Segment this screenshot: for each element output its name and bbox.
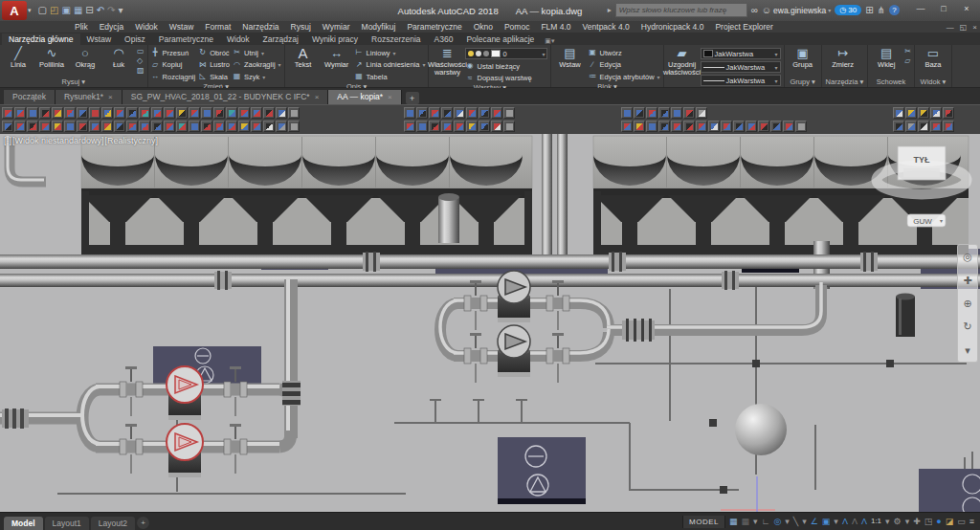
scale-button[interactable]: ◺Skala [198,72,230,82]
view-control[interactable]: [Widok niestandardowy] [12,136,104,145]
toolbar-button[interactable] [89,107,100,119]
toolbar-button[interactable] [441,121,453,132]
toolbar-button[interactable] [238,121,250,132]
copy-button[interactable]: ▱Kopiuj [151,60,196,71]
toolbar-button[interactable] [52,107,63,119]
menu-format[interactable]: Format [199,22,236,32]
toolbar-button[interactable] [101,121,113,132]
dimension-button[interactable]: ↔ Wymiar [322,46,352,69]
save-icon[interactable]: ▣ [61,4,70,17]
mdi-close-button[interactable]: × [972,23,977,32]
toolbar-button[interactable] [721,121,732,132]
toolbar-button[interactable] [770,121,782,132]
toolbar-button[interactable] [276,107,287,119]
toolbar-button[interactable] [251,121,262,132]
viewcube-face-label[interactable]: TYŁ [914,155,931,165]
mdi-restore-button[interactable]: ◱ [960,23,968,32]
workspace-dropdown-icon[interactable]: ▾ [905,517,910,526]
toolbar-button[interactable] [77,107,88,119]
toolbar-button[interactable] [27,121,38,132]
line-button[interactable]: ╱ Linia [3,46,33,69]
toolbar-button[interactable] [151,121,163,132]
toolbar-button[interactable] [454,121,465,132]
iso-dropdown-icon[interactable]: ▾ [802,517,807,526]
doc-tab-sg-pw-hvac-2018-01-22-budynek-c-ifc[interactable]: SG_PW_HVAC_2018_01_22 - BUDYNEK C IFC*× [122,90,329,104]
orbit-icon[interactable]: ↻ [963,320,971,332]
toolbar-button[interactable] [466,121,478,132]
pan-icon[interactable]: ✚ [963,275,971,286]
match-layer-button[interactable]: ≈Dopasuj warstwę [465,74,547,84]
toolbar-button[interactable] [64,107,76,119]
toolbar-button[interactable] [126,107,138,119]
rectangle-icon[interactable]: ▭ [137,48,145,55]
toolbar-button[interactable] [101,107,113,119]
visual-style-control[interactable]: [Realistyczny] [105,136,159,145]
toolbar-button[interactable] [683,121,695,132]
doc-tab-rysunek1[interactable]: Rysunek1*× [56,90,122,104]
qat-dropdown-icon[interactable]: ▾ [119,4,123,17]
toolbar-button[interactable] [893,121,904,132]
toolbar-button[interactable] [189,121,200,132]
subscription-badge[interactable]: ◷ 30 [835,5,861,15]
toolbar-button[interactable] [201,121,212,132]
arc-button[interactable]: ◠ Łuk [103,46,134,69]
toolbar-button[interactable] [503,107,515,119]
create-block-button[interactable]: ▣Utwórz [588,48,659,58]
polar-tracking-icon[interactable]: ◎ [773,517,781,526]
toolbar-button[interactable] [164,107,175,119]
toolbar-button[interactable] [263,107,275,119]
toolbar-button[interactable] [696,107,707,119]
toolbar-button[interactable] [114,107,125,119]
annotation-monitor-icon[interactable]: ✚ [913,517,921,526]
maximize-button[interactable]: □ [932,0,955,17]
ribbon-tab-narzędzia-główne[interactable]: Narzędzia główne [2,33,80,45]
ellipse-icon[interactable]: ◇ [137,57,145,65]
menu-modyfikuj[interactable]: Modyfikuj [356,22,402,32]
app-store-cart-icon[interactable]: ⊞ [865,5,873,15]
new-file-icon[interactable]: ▢ [38,4,47,17]
trim-button[interactable]: ✂Utnij▾ [233,48,281,58]
save-as-icon[interactable]: ▦ [74,4,82,17]
menu-pomoc[interactable]: Pomoc [499,22,535,32]
toolbar-button[interactable] [238,107,250,119]
redo-icon[interactable]: ↷ [107,4,115,17]
annotation-autoscale-icon[interactable]: Λ [852,517,858,526]
layout-tab-layout1[interactable]: Layout1 [45,517,89,530]
toolbar-button[interactable] [930,107,942,119]
toolbar-button[interactable] [139,121,150,132]
stretch-button[interactable]: ↔Rozciągnij [151,72,196,82]
close-tab-icon[interactable]: × [315,90,320,104]
paste-button[interactable]: ▤ Wklej [871,46,902,69]
toolbar-button[interactable] [658,121,670,132]
linetype-combo[interactable]: JakWarstwa ▾ [701,75,781,86]
toolbar-button[interactable] [758,121,769,132]
toolbar-button[interactable] [416,121,428,132]
toolbar-button[interactable] [27,107,38,119]
panel-title-narzedzia[interactable]: Narzędzia ▾ [822,77,868,87]
menu-project-explorer[interactable]: Project Explorer [709,22,778,32]
menu-wstaw[interactable]: Wstaw [164,22,200,32]
toolbar-button[interactable] [2,121,13,132]
toolbar-button[interactable] [943,121,954,132]
panel-title-grupy[interactable]: Grupy ▾ [785,77,821,87]
toolbar-button[interactable] [746,121,757,132]
layer-properties-button[interactable]: ≣ Właściwości warstwy [432,46,462,77]
toolbar-button[interactable] [646,121,657,132]
annotation-visibility-icon[interactable]: Λ [842,517,848,526]
toolbar-button[interactable] [930,121,942,132]
annotation-scale-icon[interactable]: Λ [861,517,867,526]
toolbar-button[interactable] [213,107,225,119]
scale-dropdown-icon[interactable]: ▾ [885,517,890,526]
menu-narzędzia[interactable]: Narzędzia [236,22,284,32]
toolbar-button[interactable] [943,107,954,119]
ribbon-tab-parametryczne[interactable]: Parametryczne [152,33,220,45]
toolbar-button[interactable] [783,121,794,132]
circle-button[interactable]: ○ Okrąg [70,46,100,69]
toolbar-button[interactable] [14,107,26,119]
toolbar-button[interactable] [893,107,904,119]
toolbar-button[interactable] [646,107,657,119]
toolbar-button[interactable] [671,121,682,132]
toolbar-button[interactable] [176,121,188,132]
showmotion-icon[interactable]: ▾ [965,344,970,356]
toolbar-button[interactable] [89,121,100,132]
